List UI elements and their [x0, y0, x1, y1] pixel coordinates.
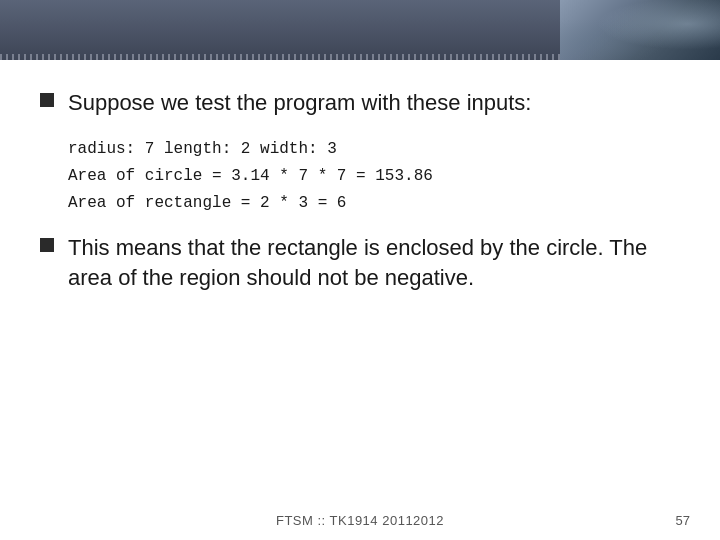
code-line-2: Area of circle = 3.14 * 7 * 7 = 153.86 — [68, 163, 680, 190]
bullet-text-2: This means that the rectangle is enclose… — [68, 233, 680, 292]
corner-image — [560, 0, 720, 60]
bullet-square-2 — [40, 238, 54, 252]
code-line-1: radius: 7 length: 2 width: 3 — [68, 136, 680, 163]
footer: FTSM :: TK1914 20112012 57 — [0, 513, 720, 528]
code-block: radius: 7 length: 2 width: 3 Area of cir… — [68, 136, 680, 218]
bullet-text-1: Suppose we test the program with these i… — [68, 88, 531, 118]
bullet-square-1 — [40, 93, 54, 107]
code-line-3: Area of rectangle = 2 * 3 = 6 — [68, 190, 680, 217]
top-bar — [0, 0, 720, 60]
bullet-item-1: Suppose we test the program with these i… — [40, 88, 680, 118]
footer-label: FTSM :: TK1914 20112012 — [276, 513, 444, 528]
bullet-item-2: This means that the rectangle is enclose… — [40, 233, 680, 292]
footer-page: 57 — [676, 513, 690, 528]
